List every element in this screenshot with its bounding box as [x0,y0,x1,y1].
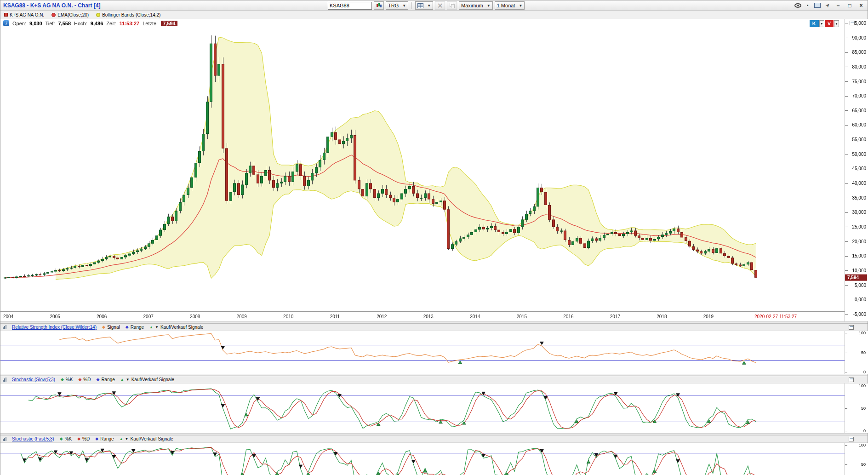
rsi-panel-header: Relative Strength Index (Close;Wilder;14… [0,324,868,331]
template-grid-dropdown[interactable]: ▼ [415,1,433,10]
legend-item-ema: EMA(Close;20) [51,12,89,17]
zoom-range-label: Maximum [461,3,483,8]
chevron-down-icon: ▼ [519,4,522,8]
signals-legend-label: Kauf/Verkauf Signale [160,325,203,330]
stochastic-fast-panel-header: Stochastic (Fast;5;3) ◆ %K ◆ %D ◆ Range … [0,435,868,443]
pin-icon[interactable]: ➤ [824,2,832,9]
legend-item-range: ◆ Range [96,377,114,382]
panel-maximize-icon[interactable] [850,21,855,25]
percent-d-legend-label: %D [83,377,91,382]
legend-item-bollinger: Bollinger Bands (Close;14;2) [96,12,160,17]
diamond-icon: ◆ [102,325,105,329]
sell-triangle-icon: ▼ [126,378,130,382]
trade-buttons: K ▼ V ▼ [810,20,839,27]
indicator-icon [3,437,6,441]
signals-legend-label: Kauf/Verkauf Signale [131,377,174,382]
diamond-icon: ◆ [61,378,64,382]
stochastic-slow-panel-header: Stochastic (Slow;5;3) ◆ %K ◆ %D ◆ Range … [0,376,868,383]
panel-maximize-icon[interactable] [849,325,854,330]
buy-triangle-icon: ▲ [120,437,123,441]
indicator-icon [3,325,6,329]
panel-maximize-icon[interactable] [849,378,854,382]
sell-triangle-icon: ▼ [125,437,129,441]
percent-k-legend-label: %K [65,436,72,441]
toolbar-separator [411,2,412,9]
maximize-button[interactable]: □ [846,2,853,9]
chart-settings-icon-button[interactable] [374,1,384,10]
ema-legend-label: EMA(Close;20) [57,12,89,17]
legend-item-signals: ▲ ▼ Kauf/Verkauf Signale [120,436,173,441]
stochastic-fast-panel-title[interactable]: Stochastic (Fast;5;3) [12,436,54,441]
trg-dropdown[interactable]: TRG ▼ [386,1,408,10]
minimize-button[interactable]: – [835,2,841,9]
buy-dropdown-arrow[interactable]: ▼ [819,20,824,27]
eye-icon[interactable] [794,3,801,8]
legend-item-signals: ▲ ▼ Kauf/Verkauf Signale [120,377,174,382]
rsi-panel-title[interactable]: Relative Strength Index (Close;Wilder;14… [12,325,97,330]
close-button[interactable]: × [858,2,864,9]
quote-info-bar: i Open: 9,030 Tief: 7,558 Hoch: 9,486 Ze… [3,20,177,26]
legend-item-range: ◆ Range [126,325,144,330]
toolbar-controls: TRG ▼ ▼ ✕ Maximum [328,1,525,10]
chart-legend-bar: K+S AG NA O.N. EMA(Close;20) Bollinger B… [0,11,868,19]
indicator-icon [3,378,6,382]
period-label: 1 Monat [497,3,515,8]
copy-icon-disabled [447,1,457,10]
range-legend-label: Range [100,436,114,441]
time-label: Zeit: [106,21,116,26]
low-value: 7,558 [58,21,71,26]
legend-item-signal: ◆ Signal [102,325,120,330]
bollinger-legend-label: Bollinger Bands (Close;14;2) [102,12,160,17]
diamond-icon: ◆ [77,437,80,441]
signal-legend-label: Signal [107,325,120,330]
open-label: Open: [12,21,26,26]
diamond-icon: ◆ [96,378,99,382]
rsi-chart-canvas[interactable] [0,331,868,374]
copy-sheets-icon [450,3,455,8]
range-legend-label: Range [131,325,144,330]
application-window: KSAG88 - K+S AG NA O.N. - Chart [4] TRG … [0,0,868,475]
diamond-icon: ◆ [95,437,98,441]
percent-d-legend-label: %D [82,436,90,441]
zoom-range-dropdown[interactable]: Maximum ▼ [459,1,493,10]
low-label: Tief: [46,21,55,26]
period-dropdown[interactable]: 1 Monat ▼ [495,1,525,10]
stochastic-fast-chart-canvas[interactable] [0,443,868,475]
series-legend-label: K+S AG NA O.N. [10,12,44,17]
candlestick-icon [376,3,382,8]
percent-k-legend-label: %K [66,377,73,382]
panel-maximize-icon[interactable] [849,437,854,441]
info-icon: i [3,20,9,26]
buy-triangle-icon: ▲ [120,378,124,382]
legend-item-percent-d: ◆ %D [78,377,91,382]
legend-item-series: K+S AG NA O.N. [4,12,44,17]
sell-triangle-icon: ▼ [155,326,159,329]
bollinger-marker-icon [96,13,100,17]
legend-item-signals: ▲ ▼ Kauf/Verkauf Signale [149,325,203,330]
ema-marker-icon [51,13,56,17]
window-title: KSAG88 - K+S AG NA O.N. - Chart [4] [0,2,100,9]
series-marker-icon [4,13,8,17]
sell-button[interactable]: V [825,20,834,27]
range-legend-label: Range [101,377,114,382]
chevron-down-icon: ▼ [427,4,431,8]
stochastic-slow-panel-title[interactable]: Stochastic (Slow;5;3) [12,377,55,382]
symbol-input[interactable] [328,2,372,10]
buy-triangle-icon: ▲ [149,326,153,329]
sell-dropdown-arrow[interactable]: ▼ [834,20,839,27]
main-chart-region: i Open: 9,030 Tief: 7,558 Hoch: 9,486 Ze… [0,19,868,321]
grid-icon [417,3,423,8]
legend-item-percent-k: ◆ %K [60,436,72,441]
monitor-icon[interactable] [814,3,821,8]
chevron-down-icon: ▼ [487,4,491,8]
time-value: 11:53:27 [120,21,139,26]
options-dot-icon: · [806,1,809,10]
price-chart-canvas[interactable] [0,19,868,321]
signals-legend-label: Kauf/Verkauf Signale [130,436,173,441]
cut-icon-disabled: ✕ [435,1,445,10]
last-value-chip: 7,594 [161,21,177,26]
window-controls: · ➤ – □ × [794,1,868,10]
stochastic-slow-chart-canvas[interactable] [0,383,868,433]
high-value: 9,486 [91,21,103,26]
buy-button[interactable]: K [810,20,819,27]
